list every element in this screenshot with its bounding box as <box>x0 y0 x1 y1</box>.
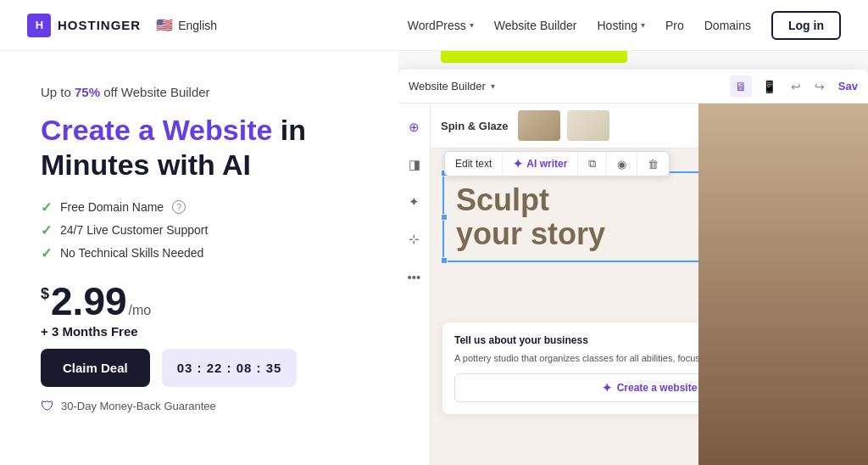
ai-writer-button[interactable]: ✦ AI writer <box>503 152 578 176</box>
delete-button[interactable]: 🗑 <box>637 153 669 176</box>
flag-icon: 🇺🇸 <box>156 17 173 33</box>
hero-section: Up to 75% off Website Builder Create a W… <box>0 51 398 465</box>
more-tool[interactable]: ••• <box>403 265 426 289</box>
price-row: $ 2.99 /mo <box>41 282 371 321</box>
login-button[interactable]: Log in <box>771 11 841 40</box>
thumbnail-plant[interactable] <box>567 110 609 141</box>
builder-content: ⊕ ◨ ✦ ⊹ ••• Spin & Glaze <box>398 104 868 465</box>
copy-icon: ⧉ <box>588 157 596 171</box>
logo[interactable]: H HOSTINGER <box>27 14 141 37</box>
chevron-down-icon: ▾ <box>491 81 495 91</box>
free-months-label: + 3 Months Free <box>41 324 371 339</box>
feature-item: ✓ No Technical Skills Needed <box>41 245 371 261</box>
layers-tool[interactable]: ◨ <box>403 153 426 176</box>
redo-button[interactable]: ↪ <box>811 78 828 95</box>
hero-photo <box>698 104 868 465</box>
undo-button[interactable]: ↩ <box>787 78 804 95</box>
nav-right: WordPress ▾ Website Builder Hosting ▾ Pr… <box>408 11 841 40</box>
create-website-label: Create a website <box>617 382 698 394</box>
ai-spark-icon: ✦ <box>602 381 612 395</box>
toolbar-actions: 🖥 📱 ↩ ↪ Sav <box>730 76 858 98</box>
check-icon: ✓ <box>41 245 52 261</box>
edit-tool[interactable]: ⊹ <box>403 227 426 251</box>
logo-icon: H <box>27 14 51 37</box>
builder-mode-label: Website Builder <box>409 80 486 92</box>
chevron-down-icon: ▾ <box>470 20 474 30</box>
guarantee-text: 30-Day Money-Back Guarantee <box>61 400 216 412</box>
resize-handle-ml[interactable] <box>441 214 448 221</box>
feature-text: 24/7 Live Customer Support <box>60 223 208 237</box>
nav-left: H HOSTINGER 🇺🇸 English <box>27 14 217 37</box>
nav-item-website-builder[interactable]: Website Builder <box>494 19 577 32</box>
nav-item-domains[interactable]: Domains <box>704 19 751 32</box>
price-period: /mo <box>129 303 152 318</box>
feature-text: Free Domain Name <box>60 200 164 214</box>
photo-silhouette <box>698 104 868 465</box>
text-edit-toolbar: Edit text ✦ AI writer ⧉ ◉ <box>444 151 670 176</box>
features-list: ✓ Free Domain Name ? ✓ 24/7 Live Custome… <box>41 199 371 261</box>
edit-text-button[interactable]: Edit text <box>445 153 503 175</box>
nav-item-wordpress[interactable]: WordPress ▾ <box>408 19 474 32</box>
site-preview: Spin & Glaze Edit text ✦ AI writer <box>431 104 868 465</box>
navbar: H HOSTINGER 🇺🇸 English WordPress ▾ Websi… <box>0 0 868 51</box>
hero-title: Create a Website in Minutes with AI <box>41 113 371 182</box>
thumbnail-row <box>518 110 609 141</box>
ai-tool[interactable]: ✦ <box>403 190 426 214</box>
price-section: $ 2.99 /mo + 3 Months Free <box>41 282 371 339</box>
check-icon: ✓ <box>41 199 52 216</box>
site-name-label: Spin & Glaze <box>441 120 508 132</box>
language-selector[interactable]: 🇺🇸 English <box>156 17 217 33</box>
eye-icon: ◉ <box>617 158 626 171</box>
chevron-down-icon: ▾ <box>641 20 645 30</box>
price-number: 2.99 <box>51 282 127 321</box>
info-icon[interactable]: ? <box>172 200 186 214</box>
feature-text: No Technical Skills Needed <box>60 246 203 260</box>
builder-window: Website Builder ▾ 🖥 📱 ↩ ↪ Sav ⊕ ◨ ✦ <box>398 70 868 465</box>
canvas-area[interactable]: Spin & Glaze Edit text ✦ AI writer <box>431 104 868 465</box>
guarantee-badge: 🛡 30-Day Money-Back Guarantee <box>41 399 371 414</box>
builder-mode-selector[interactable]: Website Builder ▾ <box>409 80 495 92</box>
nav-item-hosting[interactable]: Hosting ▾ <box>597 19 644 32</box>
nav-item-pro[interactable]: Pro <box>665 19 684 32</box>
logo-text: HOSTINGER <box>58 18 141 32</box>
preview-button[interactable]: ◉ <box>607 153 637 176</box>
hero-title-purple: Create a Website <box>41 114 272 146</box>
language-label: English <box>178 19 217 32</box>
claim-deal-button[interactable]: Claim Deal <box>41 349 150 387</box>
offer-badge: Up to 75% off Website Builder <box>41 85 371 99</box>
check-icon: ✓ <box>41 222 52 238</box>
ai-spark-icon: ✦ <box>513 157 523 171</box>
add-element-tool[interactable]: ⊕ <box>403 115 426 139</box>
builder-preview-panel: Website Builder ▾ 🖥 📱 ↩ ↪ Sav ⊕ ◨ ✦ <box>398 51 868 465</box>
resize-handle-bl[interactable] <box>441 257 448 264</box>
feature-item: ✓ Free Domain Name ? <box>41 199 371 216</box>
desktop-view-button[interactable]: 🖥 <box>730 76 752 98</box>
countdown-timer: 03 : 22 : 08 : 35 <box>162 349 298 387</box>
builder-sidebar: ⊕ ◨ ✦ ⊹ ••• <box>398 104 431 465</box>
discount-percent: 75% <box>75 85 100 99</box>
thumbnail-pottery[interactable] <box>518 110 560 141</box>
cta-row: Claim Deal 03 : 22 : 08 : 35 <box>41 349 371 387</box>
feature-item: ✓ 24/7 Live Customer Support <box>41 222 371 238</box>
green-accent-bar <box>441 51 627 63</box>
main-content: Up to 75% off Website Builder Create a W… <box>0 51 868 465</box>
copy-button[interactable]: ⧉ <box>578 152 607 176</box>
save-button[interactable]: Sav <box>838 80 858 92</box>
mobile-view-button[interactable]: 📱 <box>759 76 781 98</box>
currency-symbol: $ <box>41 285 49 303</box>
shield-icon: 🛡 <box>41 399 54 414</box>
trash-icon: 🗑 <box>648 158 659 171</box>
builder-toolbar: Website Builder ▾ 🖥 📱 ↩ ↪ Sav <box>398 70 868 104</box>
